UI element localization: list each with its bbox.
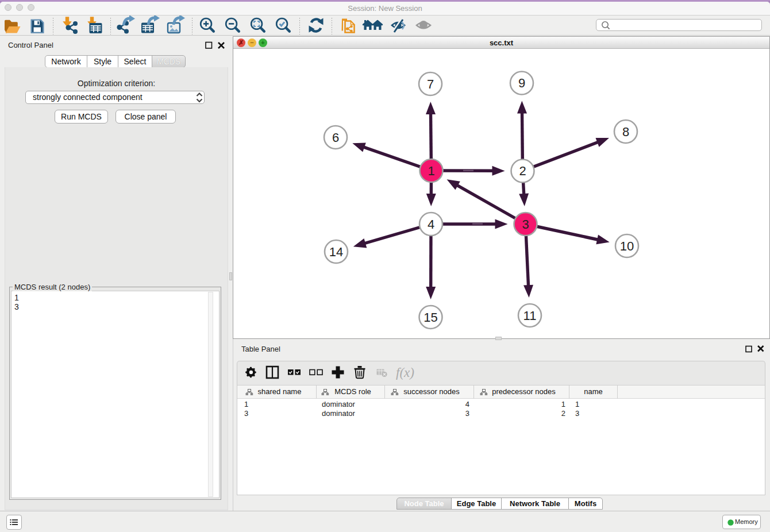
svg-text:1: 1: [428, 164, 434, 178]
svg-text:f(x): f(x): [396, 365, 414, 380]
svg-text:10: 10: [620, 239, 634, 253]
svg-text:2: 2: [519, 164, 526, 178]
svg-text:9: 9: [518, 76, 525, 90]
svg-text:15: 15: [424, 310, 437, 325]
svg-text:3: 3: [522, 217, 529, 232]
svg-text:8: 8: [622, 125, 629, 139]
svg-text:11: 11: [523, 309, 537, 323]
svg-text:14: 14: [329, 245, 343, 259]
svg-text:7: 7: [427, 77, 434, 91]
svg-text:6: 6: [332, 130, 339, 145]
svg-text:4: 4: [428, 217, 434, 232]
